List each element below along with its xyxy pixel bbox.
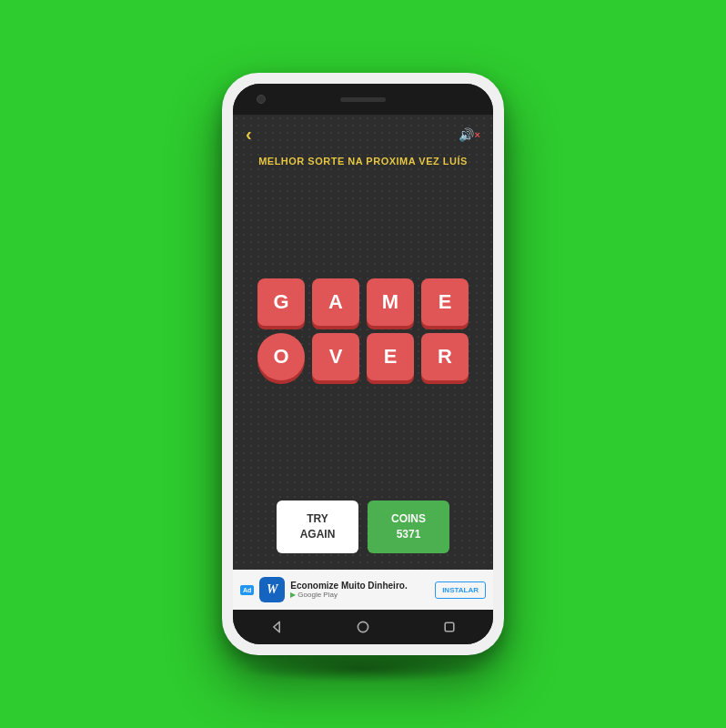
over-row: O V E R (257, 333, 469, 380)
ad-title: Economize Muito Dinheiro. (290, 581, 429, 591)
letter-E2: E (367, 333, 414, 380)
nav-recents-button[interactable] (437, 614, 462, 640)
ad-icon: W (259, 577, 285, 602)
nav-home-button[interactable] (350, 614, 376, 640)
buttons-area: TRY AGAIN COINS 5371 (233, 488, 493, 570)
letter-A: A (312, 278, 359, 326)
speaker (340, 97, 386, 102)
camera (257, 95, 266, 104)
letter-E: E (421, 278, 469, 326)
letter-G: G (257, 278, 305, 326)
svg-rect-2 (446, 622, 455, 632)
google-play-icon: ▶ (290, 591, 296, 599)
game-message: MELHOR SORTE NA PROXIMA VEZ LUÍS (233, 150, 493, 170)
nav-back-button[interactable] (264, 614, 289, 640)
svg-marker-0 (273, 622, 278, 632)
letter-V: V (312, 333, 359, 380)
ad-text: Economize Muito Dinheiro. ▶ Google Play (290, 581, 429, 599)
game-topbar: ‹ 🔊 × (233, 115, 493, 150)
letter-M: M (367, 278, 414, 326)
letter-R: R (421, 333, 469, 380)
ad-label: Ad (240, 585, 254, 595)
coins-button[interactable]: COINS 5371 (368, 500, 449, 553)
ad-subtitle: ▶ Google Play (290, 591, 429, 599)
sound-off-marker: × (475, 129, 480, 140)
back-button[interactable]: ‹ (246, 124, 252, 145)
sound-icon: 🔊 (459, 127, 474, 142)
install-button[interactable]: INSTALAR (435, 581, 486, 599)
nav-home-icon (356, 620, 370, 634)
try-again-button[interactable]: TRY AGAIN (277, 500, 358, 553)
top-bezel (233, 84, 493, 115)
game-over-area: G A M E O V E R (233, 170, 493, 488)
nav-recents-icon (442, 620, 457, 634)
nav-back-icon (269, 620, 284, 634)
game-row: G A M E (257, 278, 469, 326)
svg-point-1 (358, 622, 368, 632)
phone-frame: ‹ 🔊 × MELHOR SORTE NA PROXIMA VEZ LUÍS G… (222, 73, 504, 655)
bottom-nav (233, 610, 493, 644)
ad-banner: Ad W Economize Muito Dinheiro. ▶ Google … (233, 570, 493, 610)
letter-O: O (257, 333, 305, 380)
sound-button[interactable]: 🔊 × (459, 127, 480, 142)
game-screen: ‹ 🔊 × MELHOR SORTE NA PROXIMA VEZ LUÍS G… (233, 115, 493, 570)
phone-screen: ‹ 🔊 × MELHOR SORTE NA PROXIMA VEZ LUÍS G… (233, 84, 493, 644)
